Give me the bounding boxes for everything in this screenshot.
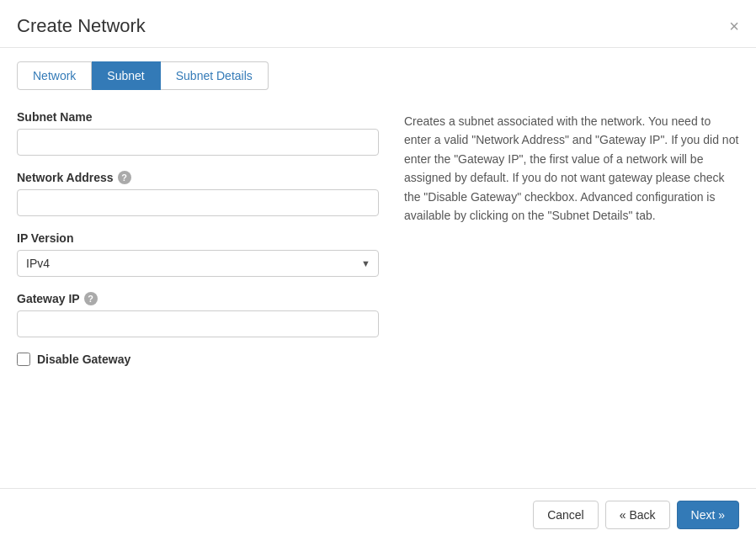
- tabs-container: Network Subnet Subnet Details: [0, 48, 756, 90]
- tab-subnet-details[interactable]: Subnet Details: [161, 61, 269, 90]
- network-address-input[interactable]: [17, 189, 379, 216]
- ip-version-select-wrapper: IPv4 IPv6: [17, 250, 379, 277]
- modal-footer: Cancel « Back Next »: [0, 488, 756, 541]
- tab-subnet[interactable]: Subnet: [92, 61, 160, 90]
- network-address-label: Network Address ?: [17, 171, 379, 184]
- ip-version-select[interactable]: IPv4 IPv6: [17, 250, 379, 277]
- disable-gateway-label: Disable Gateway: [37, 353, 130, 366]
- subnet-name-label: Subnet Name: [17, 110, 379, 124]
- modal-header: Create Network ×: [0, 0, 756, 48]
- close-button[interactable]: ×: [729, 18, 739, 34]
- subnet-name-input[interactable]: [17, 129, 379, 156]
- info-section: Creates a subnet associated with the net…: [404, 110, 739, 366]
- form-section: Subnet Name Network Address ? IP Version…: [17, 110, 379, 366]
- network-address-help-icon[interactable]: ?: [118, 171, 131, 184]
- ip-version-label: IP Version: [17, 231, 379, 245]
- create-network-modal: Create Network × Network Subnet Subnet D…: [0, 0, 756, 541]
- gateway-ip-group: Gateway IP ?: [17, 292, 379, 337]
- tab-network[interactable]: Network: [17, 61, 92, 90]
- disable-gateway-group: Disable Gateway: [17, 353, 379, 366]
- ip-version-group: IP Version IPv4 IPv6: [17, 231, 379, 277]
- next-button[interactable]: Next »: [677, 501, 739, 529]
- gateway-ip-help-icon[interactable]: ?: [84, 292, 98, 305]
- cancel-button[interactable]: Cancel: [533, 501, 599, 529]
- modal-title: Create Network: [17, 15, 146, 37]
- modal-body: Subnet Name Network Address ? IP Version…: [0, 90, 756, 383]
- disable-gateway-checkbox[interactable]: [17, 353, 30, 366]
- gateway-ip-label: Gateway IP ?: [17, 292, 379, 305]
- network-address-group: Network Address ?: [17, 171, 379, 216]
- info-text: Creates a subnet associated with the net…: [404, 112, 739, 225]
- back-button[interactable]: « Back: [605, 501, 670, 529]
- subnet-name-group: Subnet Name: [17, 110, 379, 156]
- gateway-ip-input[interactable]: [17, 310, 379, 337]
